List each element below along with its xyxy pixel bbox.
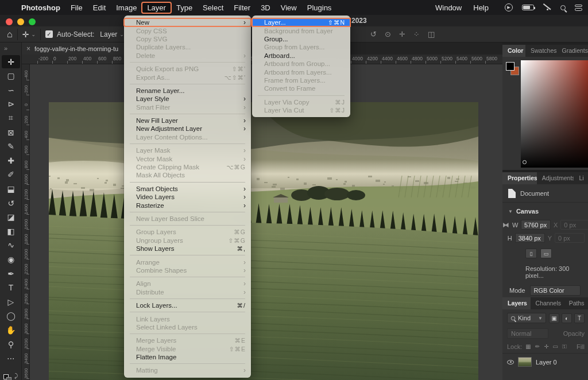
layer-filter-dropdown[interactable]: Kind ▼ — [507, 313, 546, 323]
menu-item-layer[interactable]: Layer...⇧⌘N — [252, 18, 350, 26]
document-tab[interactable]: × foggy-valley-in-the-morning-tu — [22, 42, 127, 55]
battery-icon[interactable] — [522, 5, 534, 10]
close-window-button[interactable] — [6, 18, 13, 25]
menu-item-lock-layers[interactable]: Lock Layers...⌘/ — [124, 301, 251, 309]
tab-li[interactable]: Li — [574, 172, 588, 184]
menu-item-new[interactable]: New› — [124, 18, 251, 26]
menubar-item-view[interactable]: View — [276, 2, 302, 13]
close-tab-icon[interactable]: × — [26, 45, 30, 53]
blend-mode-dropdown[interactable]: Normal — [507, 328, 548, 339]
tab-layers[interactable]: Layers — [502, 297, 531, 309]
lock-position-icon[interactable]: ✛ — [544, 343, 548, 350]
clone-stamp-tool[interactable]: ⬓ — [2, 182, 20, 195]
color-cursor-icon[interactable] — [523, 160, 527, 164]
chevron-down-icon[interactable]: ▼ — [508, 209, 513, 214]
tab-paths[interactable]: Paths — [564, 297, 588, 309]
layer-thumbnail[interactable] — [518, 357, 532, 367]
auto-select-value[interactable]: Layer — [100, 30, 117, 38]
foreground-color-swatch[interactable] — [506, 62, 514, 71]
menubar-item-image[interactable]: Image — [111, 2, 142, 13]
menu-item-flatten-image[interactable]: Flatten Image — [124, 353, 251, 361]
menubar-item-select[interactable]: Select — [198, 2, 229, 13]
height-field[interactable]: 3840 px — [515, 233, 545, 243]
color-cube-picker[interactable] — [521, 60, 588, 168]
adjustment-filter-icon[interactable]: ◐ — [562, 313, 572, 323]
menubar-item-photoshop[interactable]: Photoshop — [16, 2, 65, 13]
menubar-item-help[interactable]: Help — [467, 2, 494, 13]
lasso-tool[interactable]: ∽ — [2, 83, 20, 96]
shape-tool[interactable]: ◯ — [2, 309, 20, 323]
portrait-orientation-button[interactable]: ▯ — [525, 249, 537, 258]
drag-3d-icon[interactable]: ✛ — [399, 30, 405, 38]
pen-tool[interactable]: ✒ — [2, 267, 20, 280]
menu-item-group[interactable]: Group... — [252, 35, 350, 43]
menubar-item-file[interactable]: File — [65, 2, 88, 13]
swap-colors-control[interactable]: ⤸ — [3, 373, 18, 380]
menu-item-rename-layer[interactable]: Rename Layer... — [124, 87, 251, 95]
width-field[interactable]: 5760 px — [521, 220, 551, 230]
edit-toolbar[interactable]: ⋯ — [2, 352, 20, 365]
lock-artboard-icon[interactable]: ▭ — [553, 343, 558, 350]
orbit-3d-icon[interactable]: ↺ — [370, 30, 377, 38]
tab-color[interactable]: Color — [502, 45, 525, 57]
menu-item-video-layers[interactable]: Video Layers› — [124, 193, 251, 201]
lock-pixels-icon[interactable]: ✏ — [535, 343, 540, 350]
slide-3d-icon[interactable]: ⁘ — [413, 30, 420, 38]
home-icon[interactable]: ⌂ — [7, 29, 13, 40]
pixel-filter-icon[interactable]: ▣ — [549, 313, 559, 323]
link-dimensions-icon[interactable]: ⧓ — [502, 221, 509, 229]
crop-tool[interactable]: ⌗ — [2, 111, 20, 125]
tab-gradients[interactable]: Gradients — [556, 45, 588, 57]
dodge-tool[interactable]: ◉ — [2, 253, 20, 266]
eyedropper-tool[interactable]: ✎ — [2, 140, 20, 153]
tab-channels[interactable]: Channels — [531, 297, 564, 309]
search-icon[interactable] — [560, 5, 566, 10]
history-brush-tool[interactable]: ↺ — [2, 196, 20, 210]
tab-properties[interactable]: Properties — [502, 172, 537, 184]
roll-3d-icon[interactable]: ⊙ — [385, 30, 391, 38]
menubar-item-plugins[interactable]: Plugins — [302, 2, 337, 13]
menu-item-smart-objects[interactable]: Smart Objects› — [124, 185, 251, 193]
menubar-item-edit[interactable]: Edit — [88, 2, 111, 13]
marquee-tool[interactable]: ▢ — [2, 69, 20, 83]
menu-item-artboard[interactable]: Artboard... — [252, 52, 350, 60]
menu-item-layer-style[interactable]: Layer Style› — [124, 95, 251, 103]
type-tool[interactable]: T — [2, 281, 20, 294]
smudge-tool[interactable]: ∿ — [2, 239, 20, 252]
lock-transparency-icon[interactable]: ▦ — [525, 343, 531, 350]
zoom-tool[interactable]: ⚲ — [2, 338, 20, 351]
menu-item-rasterize[interactable]: Rasterize› — [124, 201, 251, 209]
menubar-item-type[interactable]: Type — [171, 2, 198, 13]
layer-row[interactable]: Layer 0 — [502, 354, 588, 370]
type-filter-icon[interactable]: T — [574, 313, 585, 323]
visibility-eye-icon[interactable] — [507, 360, 514, 365]
wifi-off-icon[interactable] — [543, 4, 551, 11]
frame-tool[interactable]: ⊠ — [2, 126, 20, 139]
menubar-item-layer[interactable]: Layer — [142, 2, 171, 13]
move-tool-options-icon[interactable]: ✛ — [22, 30, 29, 39]
collapse-panel-icon[interactable]: » — [4, 45, 7, 52]
zoom-window-button[interactable] — [29, 18, 36, 25]
camera-3d-icon[interactable]: ◫ — [428, 30, 435, 38]
menu-item-new-fill-layer[interactable]: New Fill Layer› — [124, 117, 251, 125]
landscape-orientation-button[interactable]: ▭ — [540, 249, 552, 258]
minimize-window-button[interactable] — [17, 18, 24, 25]
healing-brush-tool[interactable]: ✚ — [2, 154, 20, 167]
color-mode-dropdown[interactable]: RGB Color — [530, 285, 581, 296]
path-select-tool[interactable]: ▷ — [2, 295, 20, 308]
play-circle-icon[interactable]: ▶ — [505, 3, 513, 11]
auto-select-checkbox[interactable]: ✓ — [45, 30, 53, 38]
control-center-icon[interactable] — [575, 4, 582, 11]
object-selection-tool[interactable]: ⊳ — [2, 98, 20, 111]
lock-all-icon[interactable]: ⚿ — [562, 343, 567, 350]
menu-item-new-adjustment-layer[interactable]: New Adjustment Layer› — [124, 125, 251, 133]
menubar-item-filter[interactable]: Filter — [229, 2, 256, 13]
menubar-item-window[interactable]: Window — [430, 2, 467, 13]
menubar-item-3d[interactable]: 3D — [256, 2, 276, 13]
tab-swatches[interactable]: Swatches — [525, 45, 557, 57]
tab-adjustments[interactable]: Adjustments — [537, 172, 574, 184]
canvas-image[interactable] — [49, 102, 478, 380]
brush-tool[interactable]: ✐ — [2, 168, 20, 181]
hand-tool[interactable]: ✋ — [2, 323, 20, 336]
menu-item-show-layers[interactable]: Show Layers⌘, — [124, 245, 251, 253]
